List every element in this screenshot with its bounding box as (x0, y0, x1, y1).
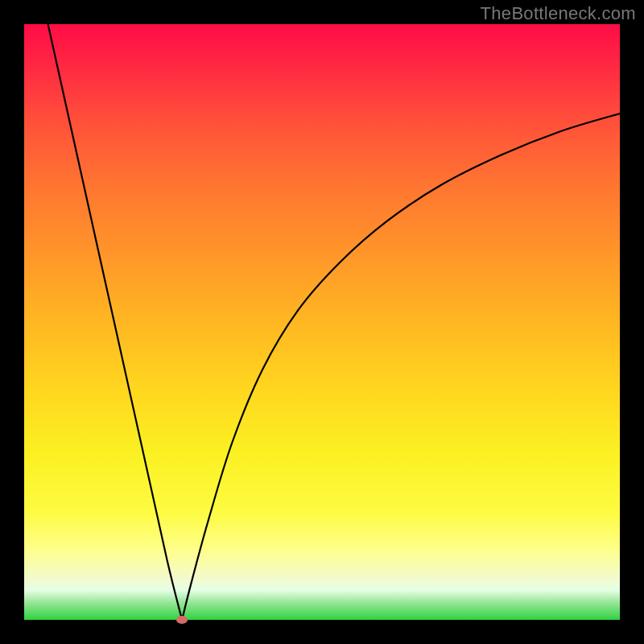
left-branch-line (48, 24, 183, 620)
plot-area (24, 24, 620, 620)
right-branch-line (182, 114, 620, 620)
minimum-marker (176, 616, 188, 624)
curve-layer (24, 24, 620, 620)
watermark-text: TheBottleneck.com (481, 3, 636, 24)
chart-frame: TheBottleneck.com (0, 0, 644, 644)
